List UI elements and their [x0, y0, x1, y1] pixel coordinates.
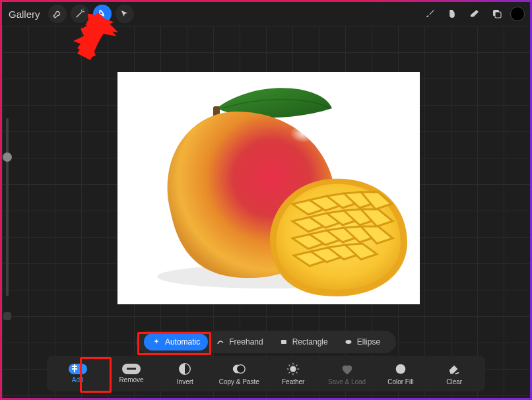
action-label: Add: [72, 376, 84, 383]
action-copypaste[interactable]: Copy & Paste: [219, 362, 259, 385]
mode-label: Freehand: [229, 337, 263, 347]
action-label: Color Fill: [387, 378, 413, 385]
gallery-button[interactable]: Gallery: [7, 9, 44, 20]
wand-icon[interactable]: [71, 5, 89, 23]
mode-rectangle[interactable]: Rectangle: [271, 333, 336, 350]
svg-point-7: [256, 119, 329, 170]
svg-rect-1: [495, 12, 501, 18]
mode-label: Automatic: [165, 337, 200, 347]
action-label: Copy & Paste: [219, 378, 259, 385]
canvas-area[interactable]: Automatic Freehand Rectangle Ellipse: [2, 26, 530, 398]
color-chip[interactable]: [510, 7, 525, 21]
svg-point-13: [290, 366, 296, 372]
add-icon: [69, 364, 87, 374]
action-colorfill[interactable]: Color Fill: [381, 362, 420, 385]
mode-automatic[interactable]: Automatic: [144, 333, 208, 350]
action-label: Save & Load: [328, 378, 366, 385]
eraser-icon[interactable]: [465, 5, 484, 23]
wrench-icon[interactable]: [48, 5, 67, 23]
copypaste-icon: [232, 362, 246, 376]
action-saveload[interactable]: Save & Load: [327, 362, 367, 385]
remove-icon: [122, 364, 141, 374]
undo-button[interactable]: [3, 312, 11, 320]
layers-icon[interactable]: [488, 5, 506, 23]
action-label: Remove: [119, 376, 143, 383]
svg-point-9: [345, 340, 351, 344]
feather-icon: [286, 362, 300, 376]
brush-icon[interactable]: [420, 5, 439, 23]
svg-line-20: [289, 372, 290, 374]
action-feather[interactable]: Feather: [273, 362, 313, 385]
action-label: Invert: [177, 378, 193, 385]
mode-freehand[interactable]: Freehand: [208, 333, 271, 350]
clear-icon: [447, 362, 461, 376]
cursor-icon[interactable]: [116, 5, 134, 23]
action-add[interactable]: Add: [58, 364, 98, 383]
selection-mode-bar: Automatic Freehand Rectangle Ellipse: [136, 331, 396, 353]
colorfill-icon: [393, 362, 408, 376]
svg-line-19: [296, 372, 298, 374]
svg-point-12: [237, 365, 246, 374]
action-label: Clear: [446, 378, 462, 385]
mode-label: Ellipse: [357, 337, 380, 347]
rectangle-icon: [279, 337, 288, 347]
action-clear[interactable]: Clear: [434, 362, 474, 385]
heart-icon: [340, 362, 354, 376]
selection-icon[interactable]: [93, 5, 112, 23]
mode-label: Rectangle: [292, 337, 328, 347]
svg-line-21: [296, 365, 298, 366]
sparkle-icon: [152, 337, 161, 347]
action-remove[interactable]: Remove: [112, 364, 151, 383]
selection-action-bar: Add Remove Invert Copy & Paste: [47, 356, 485, 391]
brush-size-slider[interactable]: [6, 118, 9, 296]
canvas-image: [117, 72, 420, 304]
smudge-icon[interactable]: [443, 5, 461, 23]
action-label: Feather: [282, 378, 304, 385]
app-window: Gallery: [2, 2, 530, 398]
slider-thumb[interactable]: [3, 152, 12, 162]
svg-rect-8: [281, 340, 286, 344]
action-invert[interactable]: Invert: [165, 362, 205, 385]
freehand-icon: [216, 337, 225, 347]
svg-point-22: [396, 364, 406, 374]
ellipse-icon: [344, 337, 353, 347]
canvas[interactable]: [117, 72, 420, 304]
invert-icon: [178, 362, 192, 376]
svg-line-18: [289, 365, 290, 366]
top-toolbar: Gallery: [2, 2, 530, 26]
mode-ellipse[interactable]: Ellipse: [336, 333, 388, 350]
